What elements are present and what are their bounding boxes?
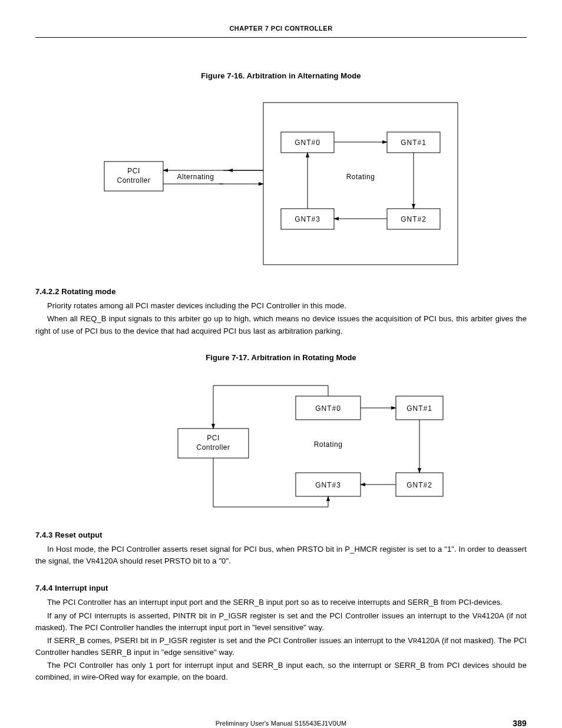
s743-p1: In Host mode, the PCI Controller asserts…	[35, 543, 527, 567]
figure-7-16-caption: Figure 7-16. Arbitration in Alternating …	[35, 70, 527, 82]
rotating-label: Rotating	[346, 173, 375, 181]
s744-p3: If SERR_B comes, PSERI bit in P_IGSR reg…	[35, 635, 527, 658]
section-7-4-4-head: 7.4.4 Interrupt input	[35, 582, 527, 594]
pci-label-2: Controller	[117, 176, 150, 185]
gnt3-label-b: GNT#3	[315, 481, 341, 489]
section-7-4-2-2-head: 7.4.2.2 Rotating mode	[35, 286, 527, 298]
gnt3-label: GNT#3	[295, 215, 320, 223]
figure-7-17-caption: Figure 7-17. Arbitration in Rotating Mod…	[35, 352, 527, 364]
gnt2-label: GNT#2	[401, 215, 427, 223]
gnt1-label-b: GNT#1	[406, 404, 432, 413]
figure-7-17-diagram: PCI Controller Rotating GNT#0 GNT#1 GNT#…	[113, 378, 449, 514]
s7422-p1: Priority rotates among all PCI master de…	[35, 300, 527, 312]
gnt1-label: GNT#1	[401, 139, 427, 147]
page-number: 389	[513, 717, 527, 728]
footer-center-text: Preliminary User's Manual S15543EJ1V0UM	[35, 719, 527, 728]
alternating-label: Alternating	[177, 173, 214, 181]
gnt2-label-b: GNT#2	[406, 481, 432, 489]
pci-label-1: PCI	[127, 167, 140, 175]
s744-p2: If any of PCI interrupts is asserted, PI…	[35, 610, 527, 634]
svg-rect-0	[263, 103, 458, 265]
section-7-4-3-head: 7.4.3 Reset output	[35, 529, 527, 541]
gnt0-label: GNT#0	[295, 139, 320, 147]
page-header: CHAPTER 7 PCI CONTROLLER	[35, 24, 527, 38]
pci-label-1b: PCI	[207, 434, 220, 442]
s744-p4: The PCI Controller has only 1 port for i…	[35, 660, 527, 683]
figure-7-16-diagram: PCI Controller Alternating Rotating GNT#…	[92, 97, 470, 271]
pci-label-2b: Controller	[196, 443, 230, 452]
page-footer: Preliminary User's Manual S15543EJ1V0UM …	[35, 719, 527, 728]
rotating-label-b: Rotating	[314, 440, 343, 449]
s744-p1: The PCI Controller has an interrupt inpu…	[35, 597, 527, 608]
gnt0-label-b: GNT#0	[315, 404, 341, 413]
s7422-p2: When all REQ_B input signals to this arb…	[35, 313, 527, 337]
